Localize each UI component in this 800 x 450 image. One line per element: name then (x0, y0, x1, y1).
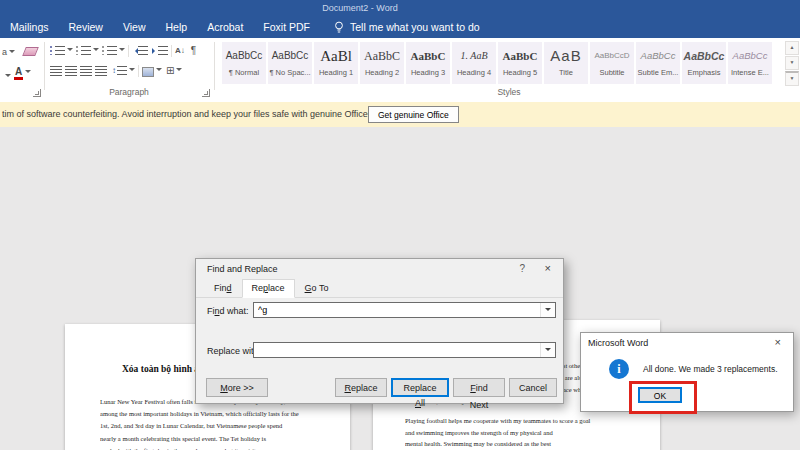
text-line: and swimming improves the strength of my… (405, 427, 650, 439)
tell-me-box[interactable]: Tell me what you want to do (334, 21, 480, 34)
replace-all-button[interactable]: Replace All (391, 378, 449, 397)
style-title[interactable]: AaBTitle (544, 42, 588, 84)
close-icon[interactable]: × (775, 336, 781, 348)
chevron-down-icon (5, 74, 11, 80)
dialog-tabs: Find Replace Go To (196, 279, 563, 298)
styles-scroll-down-icon[interactable]: ▼ (785, 56, 799, 70)
style-heading-1[interactable]: AaBlHeading 1 (314, 42, 358, 84)
cancel-button[interactable]: Cancel (509, 378, 557, 397)
multilevel-list-icon[interactable] (107, 46, 117, 55)
numbered-list-icon[interactable] (81, 46, 91, 55)
replace-button[interactable]: Replace (335, 378, 387, 397)
text-line: Playing football helps me cooperate with… (405, 415, 650, 427)
styles-group: AaBbCc¶ Normal AaBbCc¶ No Spac... AaBlHe… (218, 38, 800, 102)
align-left-icon[interactable] (50, 66, 62, 76)
tab-view[interactable]: View (113, 16, 156, 38)
highlight-dropdown[interactable] (3, 70, 11, 80)
chevron-down-icon (93, 48, 99, 54)
style-heading-2[interactable]: AaBbCHeading 2 (360, 42, 404, 84)
combo-dropdown-icon[interactable] (540, 343, 555, 357)
chevron-down-icon (176, 68, 182, 74)
icon-divider (128, 45, 129, 57)
justify-icon[interactable] (95, 66, 107, 76)
tell-me-label: Tell me what you want to do (350, 21, 480, 33)
text-line: mental health. Swimming may be considere… (405, 438, 650, 450)
bullet-list-icon[interactable] (55, 46, 65, 55)
chevron-down-icon (119, 48, 125, 54)
borders-icon[interactable]: ⊞ (166, 64, 174, 77)
chevron-down-icon (25, 70, 31, 76)
style-heading-3[interactable]: AaBbCHeading 3 (406, 42, 450, 84)
dialog-title: Find and Replace (207, 264, 278, 274)
paragraph-dialog-launcher[interactable] (202, 89, 210, 97)
shading-icon[interactable] (142, 67, 154, 77)
pilcrow-icon[interactable]: ¶ (191, 44, 196, 57)
help-icon[interactable]: ? (519, 263, 525, 274)
tab-acrobat[interactable]: Acrobat (197, 16, 253, 38)
chevron-down-icon (156, 68, 162, 74)
close-icon[interactable]: × (545, 262, 551, 274)
text-highlight-button[interactable] (24, 43, 37, 56)
change-case-icon: a (2, 46, 7, 59)
combo-dropdown-icon[interactable] (540, 303, 555, 317)
icon-divider (171, 45, 172, 57)
font-color-button[interactable]: A (14, 66, 31, 80)
tab-foxit-pdf[interactable]: Foxit PDF (253, 16, 320, 38)
get-genuine-office-button[interactable]: Get genuine Office (368, 106, 459, 123)
find-what-input[interactable] (254, 303, 542, 317)
lightbulb-icon (334, 21, 344, 34)
replace-with-combobox (253, 342, 556, 358)
styles-gallery-more-icon[interactable]: ▼ (785, 71, 799, 86)
tab-go-to[interactable]: Go To (295, 279, 339, 297)
find-what-label: Find what: (207, 306, 249, 316)
decrease-indent-icon[interactable] (138, 46, 148, 55)
chevron-down-icon (67, 48, 73, 54)
align-right-icon[interactable] (80, 66, 92, 76)
chevron-down-icon (129, 68, 135, 74)
text-line: marked with the first day in the new lun… (100, 445, 340, 450)
line-spacing-icon[interactable]: ↕ (112, 64, 116, 77)
font-color-icon: A (14, 67, 23, 80)
tab-help[interactable]: Help (156, 16, 198, 38)
style-no-spacing[interactable]: AaBbCc¶ No Spac... (268, 42, 312, 84)
icon-divider (138, 65, 139, 77)
find-what-combobox (253, 302, 556, 318)
style-emphasis[interactable]: AaBbCcEmphasis (682, 42, 726, 84)
style-heading-5[interactable]: AaBbCHeading 5 (498, 42, 542, 84)
font-dialog-launcher[interactable] (33, 89, 41, 97)
info-icon: i (609, 359, 629, 379)
style-intense-emphasis[interactable]: AaBbCcIntense E... (728, 42, 772, 84)
dialog-title: Microsoft Word (588, 338, 648, 348)
replace-with-input[interactable] (254, 343, 542, 357)
sort-icon[interactable]: A↓ (175, 44, 185, 57)
styles-scroll-up-icon[interactable]: ▲ (785, 41, 799, 55)
left-page-text: Lunar New Year Festival often falls into… (100, 396, 340, 450)
alert-message: All done. We made 3 replacements. (643, 364, 778, 374)
text-line: nearly a month celebrating this special … (100, 433, 340, 445)
style-normal[interactable]: AaBbCc¶ Normal (222, 42, 266, 84)
change-case-button[interactable]: a (2, 46, 15, 59)
titlebar: Document2 - Word (0, 0, 800, 16)
group-divider (214, 42, 215, 90)
style-subtle-emphasis[interactable]: AaBbCcSubtle Em... (636, 42, 680, 84)
right-page-paragraph: Playing football helps me cooperate with… (405, 415, 650, 450)
ribbon: a A A↓ ¶ ↕ ⊞ (0, 38, 800, 103)
paragraph-group-label: Paragraph (46, 87, 212, 97)
tab-mailings[interactable]: Mailings (0, 16, 59, 38)
more-button[interactable]: More >> (206, 378, 268, 397)
styles-group-label: Styles (218, 87, 800, 97)
increase-indent-icon[interactable] (158, 46, 168, 55)
tab-replace[interactable]: Replace (242, 279, 295, 298)
align-center-icon[interactable] (65, 66, 77, 76)
style-subtitle[interactable]: AaBbCcDSubtitle (590, 42, 634, 84)
annotation-highlight (629, 381, 697, 414)
alert-dialog: Microsoft Word × i All done. We made 3 r… (580, 332, 794, 412)
tab-review[interactable]: Review (59, 16, 113, 38)
highlighter-icon (22, 47, 39, 56)
find-next-button[interactable]: Find Next (453, 378, 505, 397)
style-heading-4[interactable]: 1. AaBHeading 4 (452, 42, 496, 84)
text-line: 1st, 2nd, and 3rd day in Lunar Calendar,… (100, 420, 340, 432)
tab-find[interactable]: Find (204, 279, 242, 297)
window-title: Document2 - Word (0, 0, 720, 16)
group-divider (44, 42, 45, 90)
